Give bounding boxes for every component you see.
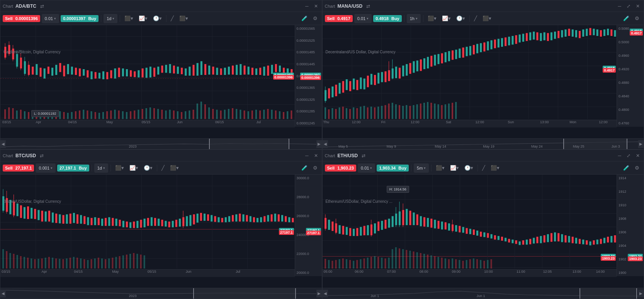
- settings-btn-btc-usd[interactable]: ⚙: [311, 163, 319, 173]
- sell-btn-ada-btc[interactable]: Sell 0.00001396: [3, 15, 40, 22]
- close-btn-btc-usd[interactable]: ✕: [313, 152, 319, 159]
- lot-size-ada-btc[interactable]: 0.01: [42, 14, 59, 23]
- sell-btn-btc-usd[interactable]: Sell 27,197.1: [3, 165, 34, 172]
- svg-rect-495: [494, 235, 496, 240]
- indicators-btn-btc-usd[interactable]: 📈▾: [127, 163, 140, 173]
- buy-btn-mana-usd[interactable]: 0.4918 Buy: [373, 15, 402, 22]
- sell-btn-eth-usd[interactable]: Sell 1,903.23: [325, 165, 356, 172]
- minimize-btn-mana-usd[interactable]: ─: [616, 3, 623, 10]
- svg-rect-329: [83, 216, 85, 224]
- svg-rect-134: [181, 112, 182, 119]
- minimize-btn-btc-usd[interactable]: ─: [304, 152, 310, 159]
- svg-rect-540: [360, 259, 361, 268]
- settings-btn-ada-btc[interactable]: ⚙: [311, 14, 319, 23]
- close-btn-ada-btc[interactable]: ✕: [313, 3, 319, 10]
- crosshair-btn-ada-btc[interactable]: 🕐▾: [151, 14, 164, 23]
- svg-rect-529: [614, 235, 616, 243]
- flask-btn-mana-usd[interactable]: 🧪: [621, 14, 631, 23]
- svg-rect-243: [564, 29, 566, 37]
- svg-rect-557: [420, 253, 421, 268]
- svg-rect-251: [593, 29, 595, 35]
- lot-size-eth-usd[interactable]: 0.01: [358, 163, 375, 173]
- crosshair-btn-mana-usd[interactable]: 🕐▾: [454, 14, 467, 23]
- svg-rect-66: [204, 64, 206, 75]
- close-btn-eth-usd[interactable]: ✕: [634, 152, 641, 159]
- nav-selection-eth-usd[interactable]: [579, 288, 637, 299]
- draw2-btn-btc-usd[interactable]: ⬛▾: [168, 163, 181, 173]
- lot-size-btc-usd[interactable]: 0.001: [36, 163, 56, 173]
- maximize-btn-mana-usd[interactable]: ⤢: [625, 3, 632, 10]
- draw2-btn-ada-btc[interactable]: ⬛▾: [177, 14, 190, 23]
- settings-btn-mana-usd[interactable]: ⚙: [633, 14, 641, 23]
- close-btn-mana-usd[interactable]: ✕: [634, 3, 641, 10]
- svg-rect-541: [363, 258, 365, 268]
- svg-rect-237: [543, 32, 545, 41]
- nav-right-btc-usd[interactable]: ▶: [316, 290, 322, 297]
- svg-rect-205: [430, 56, 432, 66]
- timeframe-eth-usd[interactable]: 5m: [414, 163, 429, 173]
- minimize-btn-ada-btc[interactable]: ─: [304, 3, 310, 10]
- nav-right-eth-usd[interactable]: ▶: [638, 290, 644, 297]
- chart-type-btn-ada-btc[interactable]: ⬛▾: [122, 14, 135, 23]
- svg-rect-392: [9, 253, 11, 268]
- indicators-btn-eth-usd[interactable]: 📈▾: [448, 163, 461, 173]
- chart-type-btn-btc-usd[interactable]: ⬛▾: [113, 163, 126, 173]
- svg-rect-395: [20, 256, 22, 268]
- chart-type-btn-mana-usd[interactable]: ⬛▾: [426, 14, 438, 23]
- pair-name-eth-usd: ETH/USD: [337, 153, 358, 158]
- sync-btn-ada-btc[interactable]: ⇄: [39, 3, 46, 10]
- chart-type-btn-eth-usd[interactable]: ⬛▾: [434, 163, 447, 173]
- svg-rect-252: [596, 29, 598, 36]
- buy-btn-eth-usd[interactable]: 1,903.34 Buy: [377, 165, 409, 172]
- draw2-btn-eth-usd[interactable]: ⬛▾: [489, 163, 501, 173]
- svg-rect-141: [208, 107, 210, 119]
- draw2-btn-mana-usd[interactable]: ⬛▾: [481, 14, 493, 23]
- nav-left-btc-usd[interactable]: ◀: [0, 290, 6, 297]
- indicators-btn-ada-btc[interactable]: 📈▾: [137, 14, 150, 23]
- buy-btn-ada-btc[interactable]: 0.00001397 Buy: [61, 15, 99, 22]
- svg-rect-65: [201, 61, 202, 75]
- crosshair-btn-btc-usd[interactable]: 🕐▾: [142, 163, 155, 173]
- flask-btn-ada-btc[interactable]: 🧪: [299, 14, 309, 23]
- svg-rect-327: [76, 214, 78, 224]
- draw-btn-mana-usd[interactable]: ╱: [472, 14, 479, 23]
- settings-btn-eth-usd[interactable]: ⚙: [633, 163, 641, 173]
- crosshair-btn-eth-usd[interactable]: 🕐▾: [462, 163, 475, 173]
- sell-btn-mana-usd[interactable]: Sell 0.4917: [325, 15, 353, 22]
- draw-btn-btc-usd[interactable]: ╱: [160, 163, 167, 173]
- nav-left-mana-usd[interactable]: ◀: [323, 140, 328, 148]
- maximize-btn-eth-usd[interactable]: ⤢: [625, 152, 632, 159]
- svg-rect-551: [398, 248, 400, 268]
- nav-right-ada-btc[interactable]: ▶: [316, 140, 322, 148]
- nav-right-mana-usd[interactable]: ▶: [638, 140, 644, 148]
- nav-selection-ada-btc[interactable]: [209, 139, 289, 149]
- svg-rect-91: [12, 108, 14, 119]
- svg-rect-356: [179, 219, 181, 227]
- minimize-btn-eth-usd[interactable]: ─: [616, 152, 623, 159]
- svg-rect-249: [586, 29, 588, 36]
- buy-btn-btc-usd[interactable]: 27,197.1 Buy: [57, 165, 89, 172]
- flask-btn-btc-usd[interactable]: 🧪: [299, 163, 309, 173]
- lot-size-mana-usd[interactable]: 0.01: [354, 14, 372, 23]
- svg-rect-129: [161, 110, 163, 119]
- svg-rect-190: [384, 71, 386, 82]
- timeframe-mana-usd[interactable]: 1h: [407, 14, 421, 23]
- nav-left-eth-usd[interactable]: ◀: [323, 290, 328, 297]
- navigator-ada-btc: ◀ 2023 ▶: [0, 138, 322, 149]
- svg-rect-122: [134, 110, 135, 119]
- timeframe-ada-btc[interactable]: 1d: [104, 14, 117, 23]
- svg-rect-528: [610, 236, 612, 243]
- timeframe-btc-usd[interactable]: 1d: [94, 163, 108, 173]
- indicators-btn-mana-usd[interactable]: 📈▾: [440, 14, 453, 23]
- draw-btn-eth-usd[interactable]: ╱: [480, 163, 487, 173]
- sync-btn-eth-usd[interactable]: ⇄: [360, 152, 367, 159]
- svg-rect-561: [434, 256, 435, 268]
- draw-btn-ada-btc[interactable]: ╱: [169, 14, 176, 23]
- sync-btn-btc-usd[interactable]: ⇄: [38, 152, 45, 159]
- svg-rect-128: [157, 109, 159, 119]
- sync-btn-mana-usd[interactable]: ⇄: [365, 3, 372, 10]
- nav-selection-btc-usd[interactable]: [193, 288, 296, 299]
- flask-btn-eth-usd[interactable]: 🧪: [621, 163, 631, 173]
- nav-left-ada-btc[interactable]: ◀: [0, 140, 6, 148]
- svg-rect-155: [263, 110, 265, 119]
